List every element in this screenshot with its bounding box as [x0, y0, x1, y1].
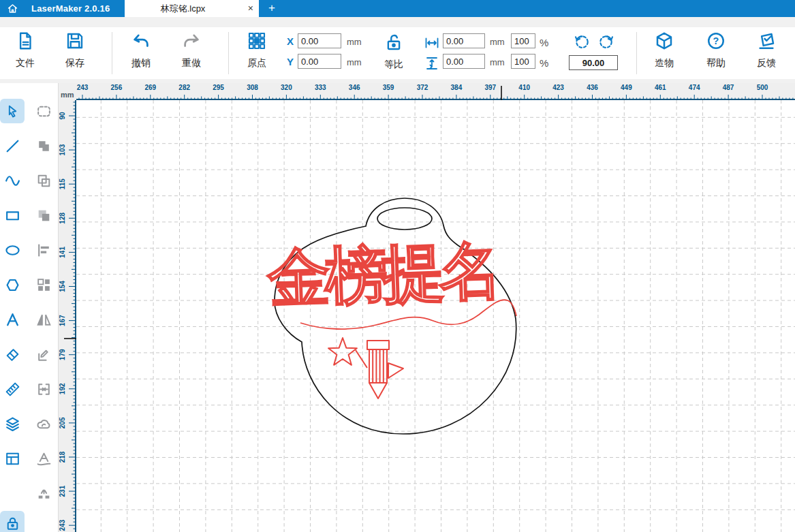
- vertical-ruler: 90103115128141154167179192205218231243: [59, 100, 76, 532]
- text-icon: [4, 311, 21, 328]
- undo-label: 撤销: [119, 57, 163, 69]
- feedback-label: 反馈: [745, 57, 788, 69]
- svg-text:295: 295: [213, 84, 224, 91]
- intersect-icon: [35, 207, 52, 224]
- file-label: 文件: [3, 57, 47, 69]
- height-icon: [424, 57, 440, 70]
- svg-text:192: 192: [59, 383, 66, 394]
- sidebar-tool-node-edit[interactable]: [31, 342, 56, 366]
- sidebar-tool-measure[interactable]: [0, 377, 25, 401]
- create-button[interactable]: 造物: [642, 31, 686, 69]
- svg-text:474: 474: [689, 84, 700, 91]
- union-icon: [35, 138, 52, 155]
- proportional-lock-button[interactable]: 等比: [372, 32, 416, 71]
- width-unit-label: mm: [490, 37, 505, 47]
- sidebar-tool-align[interactable]: [31, 238, 56, 262]
- redo-icon: [181, 31, 202, 51]
- sidebar-tool-group[interactable]: [31, 272, 56, 297]
- mirror-icon: [35, 311, 52, 328]
- sidebar-tool-join[interactable]: [31, 377, 56, 401]
- title-bar: LaserMaker 2.0.16 林琮铭.lcpx × +: [0, 0, 795, 17]
- pencil-shape[interactable]: [367, 341, 403, 398]
- home-icon[interactable]: [6, 2, 19, 15]
- curve-icon: [4, 172, 21, 189]
- svg-text:243: 243: [59, 519, 66, 531]
- sidebar-tool-mirror[interactable]: [31, 307, 56, 332]
- svg-text:423: 423: [552, 84, 564, 91]
- redo-button[interactable]: 重做: [170, 31, 213, 69]
- x-position-input[interactable]: [298, 33, 341, 48]
- svg-text:128: 128: [59, 213, 66, 224]
- rotate-cw-button[interactable]: [597, 32, 615, 50]
- create-label: 造物: [642, 57, 686, 69]
- sidebar-tool-text[interactable]: [0, 307, 25, 332]
- toolbar-separator: [112, 32, 112, 74]
- sidebar-tool-lock[interactable]: [0, 511, 25, 532]
- polygon-icon: [4, 277, 21, 294]
- svg-text:346: 346: [349, 84, 360, 91]
- sidebar-tool-rectangle[interactable]: [0, 203, 25, 228]
- star-shape[interactable]: [328, 338, 357, 365]
- rotate-ccw-button[interactable]: [573, 32, 591, 50]
- text-path-icon: [35, 450, 52, 467]
- new-tab-button[interactable]: +: [264, 0, 279, 17]
- origin-button[interactable]: 原点: [235, 31, 279, 69]
- height-input[interactable]: [443, 54, 485, 69]
- document-tab[interactable]: 林琮铭.lcpx ×: [125, 0, 259, 17]
- feedback-button[interactable]: 反馈: [745, 31, 788, 69]
- tab-close-icon[interactable]: ×: [248, 0, 253, 17]
- svg-text:487: 487: [723, 84, 734, 91]
- sidebar-tool-union[interactable]: [31, 134, 56, 158]
- sidebar-tool-line[interactable]: [0, 134, 25, 158]
- svg-text:372: 372: [417, 84, 428, 91]
- save-button[interactable]: 保存: [53, 31, 97, 69]
- svg-text:282: 282: [178, 84, 190, 91]
- file-button[interactable]: 文件: [3, 31, 47, 69]
- hanging-hole[interactable]: [377, 208, 432, 230]
- svg-text:141: 141: [59, 247, 66, 258]
- y-position-input[interactable]: [298, 54, 341, 69]
- design-canvas[interactable]: 金榜提名: [76, 100, 795, 532]
- svg-text:333: 333: [315, 84, 326, 91]
- rectangle-icon: [4, 207, 21, 224]
- origin-icon: [247, 31, 267, 51]
- measure-icon: [4, 381, 21, 398]
- width-percent-input[interactable]: [511, 33, 535, 48]
- sidebar-tool-offset[interactable]: [31, 411, 56, 436]
- svg-text:410: 410: [518, 84, 530, 91]
- sidebar-tool-ellipse[interactable]: [0, 238, 25, 262]
- group-icon: [35, 277, 52, 294]
- sidebar-tool-polygon[interactable]: [0, 272, 25, 297]
- sidebar-tool-table[interactable]: [0, 446, 25, 471]
- y-unit-label: mm: [347, 57, 362, 67]
- lock-open-icon: [384, 32, 404, 52]
- height-percent-input[interactable]: [511, 54, 535, 69]
- height-unit-label: mm: [490, 57, 505, 67]
- width-input[interactable]: [443, 33, 485, 48]
- node-edit-icon: [35, 346, 52, 363]
- break-icon: [35, 485, 52, 502]
- sidebar-tool-curve[interactable]: [0, 168, 25, 193]
- sidebar-tool-subtract[interactable]: [31, 168, 56, 193]
- grid-lines: [76, 100, 795, 532]
- svg-text:179: 179: [59, 349, 66, 360]
- lasermaker-window: { "titlebar": { "app_title": "LaserMaker…: [0, 0, 795, 532]
- sidebar-tool-text-path[interactable]: [31, 446, 56, 471]
- undo-button[interactable]: 撤销: [119, 31, 163, 69]
- svg-text:167: 167: [59, 315, 66, 326]
- sidebar-tool-intersect[interactable]: [31, 203, 56, 228]
- sidebar-tool-select[interactable]: [0, 99, 25, 123]
- svg-text:103: 103: [59, 144, 66, 155]
- feedback-icon: [756, 31, 777, 51]
- sidebar-tool-layers[interactable]: [0, 411, 25, 436]
- x-unit-label: mm: [347, 37, 362, 47]
- help-button[interactable]: ? 帮助: [694, 31, 738, 69]
- table-icon: [4, 450, 21, 467]
- app-title: LaserMaker 2.0.16: [31, 0, 110, 17]
- sidebar-tool-eraser[interactable]: [0, 342, 25, 366]
- sidebar-tool-break[interactable]: [31, 481, 56, 505]
- svg-text:269: 269: [144, 84, 156, 91]
- engrave-text[interactable]: 金榜提名: [266, 236, 509, 319]
- rotate-angle-input[interactable]: [569, 55, 618, 70]
- sidebar-tool-marquee[interactable]: [31, 99, 56, 123]
